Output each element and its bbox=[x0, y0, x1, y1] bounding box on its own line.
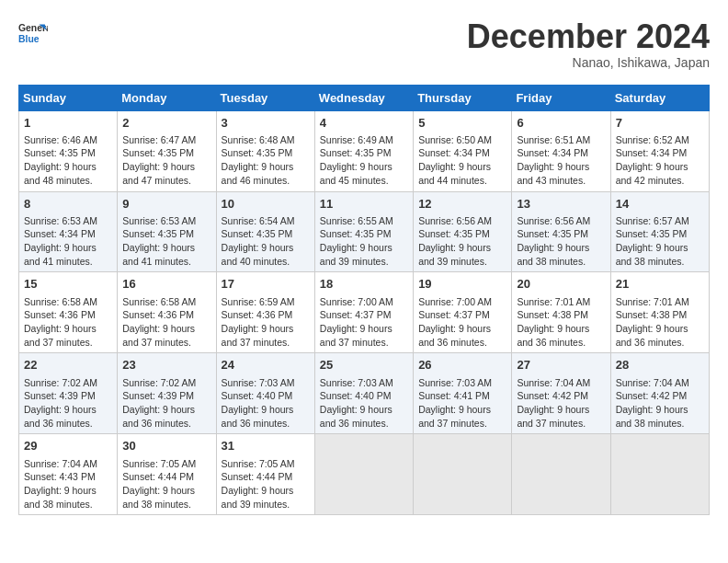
calendar-cell: 11Sunrise: 6:55 AM Sunset: 4:35 PM Dayli… bbox=[314, 191, 413, 272]
day-number: 28 bbox=[616, 357, 704, 373]
weekday-header-row: SundayMondayTuesdayWednesdayThursdayFrid… bbox=[19, 85, 710, 110]
day-info: Sunrise: 7:04 AM Sunset: 4:43 PM Dayligh… bbox=[24, 458, 97, 510]
day-number: 14 bbox=[616, 196, 704, 213]
calendar-cell: 27Sunrise: 7:04 AM Sunset: 4:42 PM Dayli… bbox=[512, 353, 610, 434]
day-info: Sunrise: 6:52 AM Sunset: 4:34 PM Dayligh… bbox=[616, 134, 689, 186]
calendar-cell: 29Sunrise: 7:04 AM Sunset: 4:43 PM Dayli… bbox=[19, 434, 118, 515]
day-info: Sunrise: 6:56 AM Sunset: 4:35 PM Dayligh… bbox=[517, 215, 590, 267]
calendar-cell: 31Sunrise: 7:05 AM Sunset: 4:44 PM Dayli… bbox=[216, 434, 314, 515]
day-number: 5 bbox=[418, 115, 506, 132]
day-info: Sunrise: 7:05 AM Sunset: 4:44 PM Dayligh… bbox=[122, 458, 196, 510]
day-number: 10 bbox=[222, 196, 310, 213]
day-info: Sunrise: 6:48 AM Sunset: 4:35 PM Dayligh… bbox=[222, 134, 295, 186]
day-number: 18 bbox=[320, 276, 408, 293]
day-number: 22 bbox=[24, 357, 112, 373]
day-info: Sunrise: 7:02 AM Sunset: 4:39 PM Dayligh… bbox=[24, 377, 97, 429]
day-number: 12 bbox=[418, 196, 506, 213]
calendar-cell: 26Sunrise: 7:03 AM Sunset: 4:41 PM Dayli… bbox=[414, 353, 512, 434]
calendar-week-row: 29Sunrise: 7:04 AM Sunset: 4:43 PM Dayli… bbox=[19, 434, 710, 515]
calendar-cell bbox=[314, 434, 413, 515]
calendar-cell: 8Sunrise: 6:53 AM Sunset: 4:34 PM Daylig… bbox=[19, 191, 118, 272]
weekday-header-cell: Sunday bbox=[19, 85, 118, 110]
calendar-body: 1Sunrise: 6:46 AM Sunset: 4:35 PM Daylig… bbox=[19, 110, 710, 515]
day-number: 15 bbox=[24, 276, 112, 293]
day-number: 9 bbox=[122, 196, 210, 213]
day-number: 1 bbox=[24, 115, 112, 132]
calendar-cell: 19Sunrise: 7:00 AM Sunset: 4:37 PM Dayli… bbox=[414, 272, 512, 353]
calendar-cell bbox=[414, 434, 512, 515]
day-info: Sunrise: 6:55 AM Sunset: 4:35 PM Dayligh… bbox=[320, 215, 393, 267]
day-info: Sunrise: 6:46 AM Sunset: 4:35 PM Dayligh… bbox=[24, 134, 97, 186]
day-number: 30 bbox=[122, 438, 210, 454]
calendar-cell: 12Sunrise: 6:56 AM Sunset: 4:35 PM Dayli… bbox=[414, 191, 512, 272]
calendar-cell: 18Sunrise: 7:00 AM Sunset: 4:37 PM Dayli… bbox=[314, 272, 413, 353]
calendar-cell: 10Sunrise: 6:54 AM Sunset: 4:35 PM Dayli… bbox=[216, 191, 314, 272]
day-info: Sunrise: 6:56 AM Sunset: 4:35 PM Dayligh… bbox=[418, 215, 492, 267]
location-subtitle: Nanao, Ishikawa, Japan bbox=[467, 55, 710, 70]
logo: General Blue bbox=[18, 18, 48, 48]
day-info: Sunrise: 6:53 AM Sunset: 4:34 PM Dayligh… bbox=[24, 215, 97, 267]
calendar-cell: 9Sunrise: 6:53 AM Sunset: 4:35 PM Daylig… bbox=[118, 191, 216, 272]
logo-icon: General Blue bbox=[18, 18, 48, 48]
page-header: General Blue December 2024 Nanao, Ishika… bbox=[18, 18, 710, 70]
calendar-table: SundayMondayTuesdayWednesdayThursdayFrid… bbox=[18, 85, 710, 516]
day-number: 8 bbox=[24, 196, 112, 213]
svg-text:Blue: Blue bbox=[18, 34, 40, 44]
day-number: 19 bbox=[418, 276, 506, 293]
day-info: Sunrise: 6:58 AM Sunset: 4:36 PM Dayligh… bbox=[122, 296, 196, 348]
day-info: Sunrise: 7:03 AM Sunset: 4:40 PM Dayligh… bbox=[320, 377, 393, 429]
day-info: Sunrise: 6:49 AM Sunset: 4:35 PM Dayligh… bbox=[320, 134, 393, 186]
day-info: Sunrise: 7:01 AM Sunset: 4:38 PM Dayligh… bbox=[616, 296, 689, 348]
day-number: 3 bbox=[222, 115, 310, 132]
calendar-cell: 4Sunrise: 6:49 AM Sunset: 4:35 PM Daylig… bbox=[314, 110, 413, 191]
weekday-header-cell: Monday bbox=[118, 85, 216, 110]
day-info: Sunrise: 7:01 AM Sunset: 4:38 PM Dayligh… bbox=[517, 296, 590, 348]
day-number: 11 bbox=[320, 196, 408, 213]
calendar-cell: 2Sunrise: 6:47 AM Sunset: 4:35 PM Daylig… bbox=[118, 110, 216, 191]
day-info: Sunrise: 6:53 AM Sunset: 4:35 PM Dayligh… bbox=[122, 215, 196, 267]
day-number: 16 bbox=[122, 276, 210, 293]
calendar-cell bbox=[610, 434, 709, 515]
calendar-cell: 30Sunrise: 7:05 AM Sunset: 4:44 PM Dayli… bbox=[118, 434, 216, 515]
calendar-cell: 1Sunrise: 6:46 AM Sunset: 4:35 PM Daylig… bbox=[19, 110, 118, 191]
day-number: 20 bbox=[517, 276, 605, 293]
day-info: Sunrise: 7:00 AM Sunset: 4:37 PM Dayligh… bbox=[320, 296, 393, 348]
day-number: 23 bbox=[122, 357, 210, 373]
day-info: Sunrise: 7:04 AM Sunset: 4:42 PM Dayligh… bbox=[517, 377, 590, 429]
day-info: Sunrise: 7:04 AM Sunset: 4:42 PM Dayligh… bbox=[616, 377, 689, 429]
calendar-cell: 17Sunrise: 6:59 AM Sunset: 4:36 PM Dayli… bbox=[216, 272, 314, 353]
day-info: Sunrise: 7:03 AM Sunset: 4:41 PM Dayligh… bbox=[418, 377, 492, 429]
calendar-cell: 13Sunrise: 6:56 AM Sunset: 4:35 PM Dayli… bbox=[512, 191, 610, 272]
month-title: December 2024 bbox=[467, 18, 710, 55]
day-number: 24 bbox=[222, 357, 310, 373]
calendar-cell: 7Sunrise: 6:52 AM Sunset: 4:34 PM Daylig… bbox=[610, 110, 709, 191]
calendar-cell: 25Sunrise: 7:03 AM Sunset: 4:40 PM Dayli… bbox=[314, 353, 413, 434]
calendar-cell: 15Sunrise: 6:58 AM Sunset: 4:36 PM Dayli… bbox=[19, 272, 118, 353]
day-info: Sunrise: 6:57 AM Sunset: 4:35 PM Dayligh… bbox=[616, 215, 689, 267]
calendar-cell: 14Sunrise: 6:57 AM Sunset: 4:35 PM Dayli… bbox=[610, 191, 709, 272]
calendar-cell: 3Sunrise: 6:48 AM Sunset: 4:35 PM Daylig… bbox=[216, 110, 314, 191]
day-number: 13 bbox=[517, 196, 605, 213]
day-number: 6 bbox=[517, 115, 605, 132]
calendar-week-row: 8Sunrise: 6:53 AM Sunset: 4:34 PM Daylig… bbox=[19, 191, 710, 272]
calendar-cell: 23Sunrise: 7:02 AM Sunset: 4:39 PM Dayli… bbox=[118, 353, 216, 434]
calendar-cell: 28Sunrise: 7:04 AM Sunset: 4:42 PM Dayli… bbox=[610, 353, 709, 434]
weekday-header-cell: Wednesday bbox=[314, 85, 413, 110]
day-info: Sunrise: 7:02 AM Sunset: 4:39 PM Dayligh… bbox=[122, 377, 196, 429]
calendar-cell: 24Sunrise: 7:03 AM Sunset: 4:40 PM Dayli… bbox=[216, 353, 314, 434]
weekday-header-cell: Friday bbox=[512, 85, 610, 110]
day-number: 21 bbox=[616, 276, 704, 293]
day-number: 17 bbox=[222, 276, 310, 293]
calendar-week-row: 15Sunrise: 6:58 AM Sunset: 4:36 PM Dayli… bbox=[19, 272, 710, 353]
calendar-cell bbox=[512, 434, 610, 515]
day-number: 7 bbox=[616, 115, 704, 132]
day-number: 31 bbox=[222, 438, 310, 454]
day-info: Sunrise: 7:00 AM Sunset: 4:37 PM Dayligh… bbox=[418, 296, 492, 348]
weekday-header-cell: Tuesday bbox=[216, 85, 314, 110]
calendar-cell: 21Sunrise: 7:01 AM Sunset: 4:38 PM Dayli… bbox=[610, 272, 709, 353]
day-info: Sunrise: 6:58 AM Sunset: 4:36 PM Dayligh… bbox=[24, 296, 97, 348]
day-number: 26 bbox=[418, 357, 506, 373]
calendar-week-row: 1Sunrise: 6:46 AM Sunset: 4:35 PM Daylig… bbox=[19, 110, 710, 191]
day-info: Sunrise: 6:54 AM Sunset: 4:35 PM Dayligh… bbox=[222, 215, 295, 267]
day-number: 29 bbox=[24, 438, 112, 454]
